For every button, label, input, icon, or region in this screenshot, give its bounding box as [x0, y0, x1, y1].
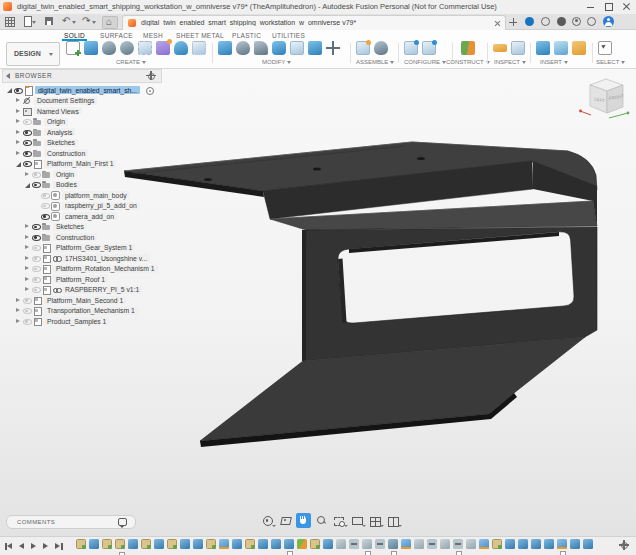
tab-surface[interactable]: SURFACE	[100, 32, 133, 39]
timeline-feature-sketch-icon[interactable]	[141, 539, 151, 549]
notifications-icon[interactable]	[557, 17, 566, 26]
visibility-eye-icon[interactable]	[22, 117, 32, 127]
timeline-feature-move-icon[interactable]	[375, 539, 385, 549]
timeline-feature-extrude-icon[interactable]	[258, 539, 268, 549]
timeline-group-marker[interactable]	[391, 551, 397, 555]
visibility-eye-icon[interactable]	[22, 159, 32, 169]
close-tab-icon[interactable]	[494, 20, 501, 27]
timeline-feature-plane-icon[interactable]	[219, 539, 229, 549]
3d-viewport-canvas[interactable]: LEFT FRONT BROWSER digital_twin_enabled_…	[0, 69, 636, 536]
visibility-eye-icon[interactable]	[22, 306, 32, 316]
browser-item[interactable]: Document Settings	[2, 96, 162, 107]
timeline-feature-sketch-icon[interactable]	[76, 539, 86, 549]
tab-utilities[interactable]: UTILITIES	[272, 32, 305, 39]
visibility-eye-icon[interactable]	[13, 85, 23, 95]
browser-item[interactable]: Origin	[2, 169, 162, 180]
dropdown-caret-icon[interactable]	[362, 525, 366, 527]
timeline-feature-extrude-icon[interactable]	[232, 539, 242, 549]
collapse-panel-icon[interactable]	[6, 73, 10, 79]
timeline-feature-extrude-icon[interactable]	[154, 539, 164, 549]
go-to-start-button[interactable]	[4, 540, 16, 552]
sphere-icon[interactable]	[174, 41, 188, 55]
dropdown-caret-icon[interactable]	[344, 525, 348, 527]
browser-item[interactable]: Construction	[2, 232, 162, 243]
visibility-eye-icon[interactable]	[40, 190, 50, 200]
construction-plane-icon[interactable]	[461, 41, 475, 55]
assemble-group-label[interactable]: ASSEMBLE	[356, 59, 394, 65]
timeline-feature-plane-icon[interactable]	[401, 539, 411, 549]
new-component-icon[interactable]	[356, 41, 370, 55]
timeline-group-marker[interactable]	[119, 552, 125, 555]
browser-header[interactable]: BROWSER	[2, 69, 162, 83]
timeline-feature-appearance-icon[interactable]	[297, 539, 307, 549]
look-at-icon[interactable]	[278, 513, 293, 528]
visibility-eye-icon[interactable]	[31, 285, 41, 295]
viewports-icon[interactable]	[386, 513, 401, 528]
sweep-icon[interactable]	[120, 41, 134, 55]
visibility-eye-icon[interactable]	[22, 316, 32, 326]
activate-component-radio[interactable]	[146, 87, 154, 95]
timeline-group-marker[interactable]	[456, 551, 462, 555]
create-group-label[interactable]: CREATE	[116, 59, 146, 65]
visibility-eye-icon[interactable]	[31, 274, 41, 284]
minimize-button[interactable]	[582, 0, 600, 13]
timeline-feature-extrude-icon[interactable]	[505, 539, 515, 549]
configuration-table-icon[interactable]	[422, 41, 436, 55]
insert-mcmaster-icon[interactable]	[536, 41, 550, 55]
timeline-feature-move-icon[interactable]	[349, 539, 359, 549]
combine-icon[interactable]	[272, 41, 286, 55]
expand-arrow-icon[interactable]	[23, 253, 31, 263]
design-workspace-dropdown[interactable]: DESIGN	[6, 42, 60, 66]
timeline-feature-extrude-icon[interactable]	[544, 539, 554, 549]
visibility-eye-icon[interactable]	[31, 222, 41, 232]
timeline-feature-joint-icon[interactable]	[440, 539, 450, 549]
display-settings-icon[interactable]	[350, 513, 365, 528]
expand-arrow-icon[interactable]	[14, 127, 22, 137]
visibility-eye-icon[interactable]	[22, 138, 32, 148]
browser-item[interactable]: Platform_Roof 1	[2, 274, 162, 285]
timeline-feature-sketch-icon[interactable]	[245, 539, 255, 549]
tab-sheet-metal[interactable]: SHEET METAL	[176, 32, 224, 39]
timeline-group-marker[interactable]	[365, 551, 371, 555]
step-forward-button[interactable]	[40, 540, 52, 552]
expand-arrow-icon[interactable]	[23, 169, 31, 179]
browser-item[interactable]: Platform_Rotation_Mechanism 1	[2, 264, 162, 275]
inspect-group-label[interactable]: INSPECT	[494, 59, 526, 65]
select-icon[interactable]	[598, 41, 612, 55]
visibility-eye-icon[interactable]	[40, 201, 50, 211]
timeline-feature-joint-icon[interactable]	[414, 539, 424, 549]
maximize-button[interactable]	[600, 0, 618, 13]
timeline-feature-sketch-icon[interactable]	[102, 539, 112, 549]
timeline-feature-extrude-icon[interactable]	[180, 539, 190, 549]
timeline-feature-extrude-icon[interactable]	[583, 539, 593, 549]
visibility-eye-icon[interactable]	[40, 211, 50, 221]
timeline-feature-move-icon[interactable]	[427, 539, 437, 549]
timeline-feature-joint-icon[interactable]	[362, 539, 372, 549]
insert-canvas-icon[interactable]	[554, 41, 568, 55]
account-icon[interactable]	[572, 17, 581, 26]
go-to-end-button[interactable]	[52, 540, 64, 552]
expand-arrow-icon[interactable]	[14, 295, 22, 305]
expand-arrow-icon[interactable]	[14, 306, 22, 316]
orbit-icon[interactable]	[260, 513, 275, 528]
expand-arrow-icon[interactable]	[23, 222, 31, 232]
timeline-feature-joint-icon[interactable]	[336, 539, 346, 549]
expand-arrow-icon[interactable]	[14, 117, 22, 127]
layout-grid-icon[interactable]	[368, 513, 383, 528]
timeline-feature-sketch-icon[interactable]	[167, 539, 177, 549]
expand-arrow-icon[interactable]	[14, 316, 22, 326]
create-sketch-icon[interactable]	[66, 41, 80, 55]
browser-item[interactable]: Construction	[2, 148, 162, 159]
dropdown-caret-icon[interactable]	[398, 525, 402, 527]
insert-group-label[interactable]: INSERT	[540, 59, 568, 65]
expand-arrow-icon[interactable]	[23, 264, 31, 274]
undo-icon[interactable]	[62, 16, 73, 27]
offset-face-icon[interactable]	[290, 41, 304, 55]
timeline-feature-plane-icon[interactable]	[479, 539, 489, 549]
step-back-button[interactable]	[16, 540, 28, 552]
redo-icon[interactable]	[82, 16, 93, 27]
construct-group-label[interactable]: CONSTRUCT	[446, 59, 490, 65]
timeline-feature-extrude-icon[interactable]	[89, 539, 99, 549]
insert-derive-icon[interactable]	[572, 41, 586, 55]
section-analysis-icon[interactable]	[511, 41, 525, 55]
